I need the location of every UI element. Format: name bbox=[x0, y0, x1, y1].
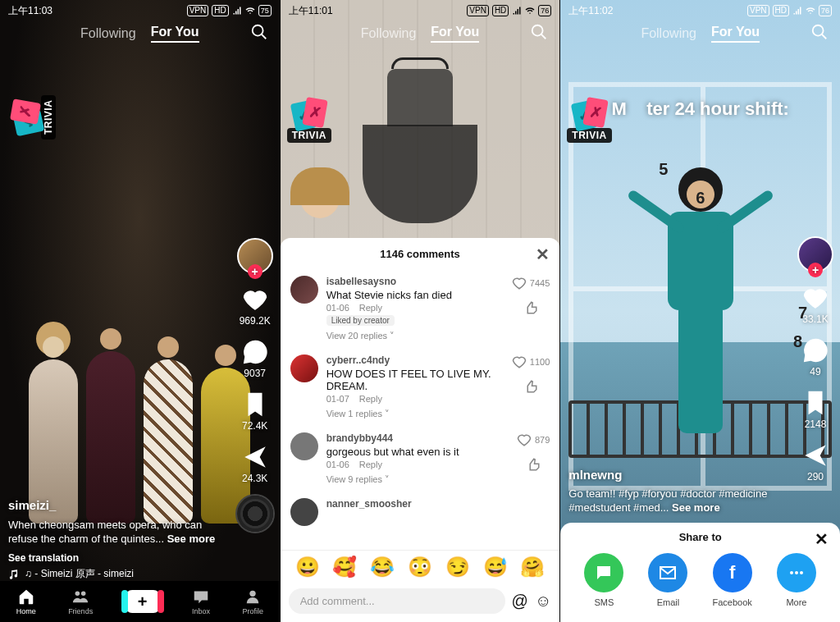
signal-icon bbox=[232, 6, 242, 16]
hd-badge: HD bbox=[773, 5, 789, 16]
svg-point-7 bbox=[249, 591, 255, 597]
clock: 上午11:02 bbox=[568, 4, 613, 18]
nav-create[interactable]: + bbox=[126, 590, 160, 613]
thumbs-down-icon[interactable] bbox=[523, 379, 538, 394]
commenter-username[interactable]: brandybby444 bbox=[326, 432, 509, 444]
creator-username[interactable]: mlnewng bbox=[568, 467, 783, 483]
wifi-icon bbox=[806, 6, 815, 16]
commenter-avatar[interactable] bbox=[290, 498, 318, 526]
signal-icon bbox=[792, 6, 802, 16]
emoji-quick-row: 😀 🥰 😂 😳 😏 😅 🤗 bbox=[281, 550, 560, 583]
tab-for-you[interactable]: For You bbox=[431, 25, 479, 43]
video-meta: mlnewng Go team!! #fyp #foryou #doctor #… bbox=[568, 467, 783, 515]
save-button[interactable]: 2148 bbox=[801, 389, 829, 430]
emoji-button[interactable]: 🤗 bbox=[520, 556, 545, 579]
svg-point-5 bbox=[75, 592, 80, 597]
see-more-button[interactable]: See more bbox=[672, 501, 720, 514]
emoji-button[interactable]: 😳 bbox=[408, 556, 432, 579]
svg-point-6 bbox=[81, 592, 86, 597]
phone-2: 上午11:01 VPN HD 76 Following For You ✓✗ T… bbox=[280, 0, 560, 622]
share-sms[interactable]: SMS bbox=[584, 553, 623, 607]
follow-plus-icon[interactable]: + bbox=[808, 263, 823, 277]
emoji-button[interactable]: 😂 bbox=[370, 556, 395, 579]
comments-header: 1146 comments ✕ bbox=[281, 238, 560, 269]
reply-button[interactable]: Reply bbox=[359, 394, 382, 404]
sound-disc[interactable] bbox=[237, 496, 273, 532]
save-count: 72.4K bbox=[242, 420, 267, 432]
reply-button[interactable]: Reply bbox=[359, 303, 382, 313]
commenter-username[interactable]: nanner_smoosher bbox=[326, 498, 550, 510]
status-bar: 上午11:03 VPN HD 75 bbox=[0, 0, 280, 21]
share-apps: SMS Email f Facebook More bbox=[572, 553, 829, 607]
trivia-cards-icon: ✓✗ bbox=[293, 98, 326, 131]
tab-following[interactable]: Following bbox=[80, 26, 136, 41]
creator-avatar[interactable]: + bbox=[797, 236, 833, 272]
emoji-button[interactable]: 🥰 bbox=[332, 556, 357, 579]
hd-badge: HD bbox=[212, 5, 228, 16]
search-icon bbox=[530, 23, 548, 41]
commenter-avatar[interactable] bbox=[290, 354, 318, 382]
trivia-badge[interactable]: ✓✗ TRIVIA bbox=[287, 98, 331, 143]
share-facebook[interactable]: f Facebook bbox=[713, 553, 752, 607]
creator-username[interactable]: simeizi_ bbox=[8, 497, 222, 514]
mention-button[interactable]: @ bbox=[512, 592, 528, 611]
close-comments-button[interactable]: ✕ bbox=[536, 245, 550, 264]
close-share-button[interactable]: ✕ bbox=[815, 529, 829, 549]
share-button[interactable]: 24.3K bbox=[241, 443, 269, 484]
nav-profile[interactable]: Profile bbox=[242, 588, 263, 615]
trivia-badge[interactable]: ✓✗ TRIVIA bbox=[11, 95, 56, 139]
thumbs-down-icon[interactable] bbox=[526, 457, 541, 472]
view-replies-button[interactable]: View 9 replies ˅ bbox=[326, 474, 509, 485]
emoji-button[interactable]: 😏 bbox=[445, 556, 470, 579]
comments-list[interactable]: isabellesaysno What Stevie nicks fan die… bbox=[281, 269, 560, 550]
emoji-button[interactable]: 😅 bbox=[483, 556, 508, 579]
share-more[interactable]: More bbox=[777, 553, 816, 607]
share-email[interactable]: Email bbox=[648, 553, 687, 607]
status-bar: 上午11:02 VPN HD 76 bbox=[560, 0, 840, 21]
tab-following[interactable]: Following bbox=[361, 26, 417, 41]
like-button[interactable]: 33.1K bbox=[801, 284, 829, 325]
commenter-avatar[interactable] bbox=[290, 276, 318, 304]
tab-for-you[interactable]: For You bbox=[711, 25, 760, 43]
nav-friends[interactable]: Friends bbox=[68, 588, 93, 615]
emoji-picker-button[interactable]: ☺ bbox=[535, 592, 551, 611]
svg-point-3 bbox=[253, 350, 256, 353]
follow-plus-icon[interactable]: + bbox=[248, 264, 262, 279]
commenter-avatar[interactable] bbox=[290, 432, 318, 460]
trivia-badge[interactable]: ✓✗ TRIVIA bbox=[567, 98, 611, 143]
commenter-username[interactable]: cyberr..c4ndy bbox=[326, 354, 504, 366]
nav-inbox[interactable]: Inbox bbox=[192, 588, 210, 615]
like-count: 969.2K bbox=[240, 315, 271, 327]
thumbs-down-icon[interactable] bbox=[523, 300, 538, 315]
reply-button[interactable]: Reply bbox=[359, 460, 382, 469]
see-more-button[interactable]: See more bbox=[167, 533, 216, 545]
see-translation-button[interactable]: See translation bbox=[8, 551, 222, 565]
svg-point-8 bbox=[532, 25, 543, 36]
comment-item: cyberr..c4ndy HOW DOES IT FEEL TO LIVE M… bbox=[290, 348, 550, 426]
save-button[interactable]: 72.4K bbox=[241, 391, 269, 432]
emoji-button[interactable]: 😀 bbox=[295, 556, 320, 579]
nav-home[interactable]: Home bbox=[16, 588, 36, 615]
tab-following[interactable]: Following bbox=[641, 26, 696, 41]
sound-label[interactable]: ♫ - Simeizi 原声 - simeizi bbox=[8, 567, 134, 581]
share-button[interactable]: 290 bbox=[801, 441, 829, 483]
search-button[interactable] bbox=[250, 23, 268, 44]
view-replies-button[interactable]: View 20 replies ˅ bbox=[326, 331, 504, 341]
search-button[interactable] bbox=[810, 23, 829, 44]
search-icon bbox=[250, 23, 268, 41]
comment-like-button[interactable]: 879 bbox=[517, 432, 550, 447]
search-button[interactable] bbox=[530, 23, 548, 44]
commenter-username[interactable]: isabellesaysno bbox=[326, 276, 504, 287]
battery-badge: 76 bbox=[819, 5, 832, 16]
comment-like-button[interactable]: 7445 bbox=[512, 276, 550, 290]
svg-point-14 bbox=[819, 349, 821, 351]
comment-like-button[interactable]: 1100 bbox=[512, 354, 550, 369]
comment-button[interactable]: 49 bbox=[801, 336, 829, 377]
comment-input[interactable]: Add comment... bbox=[289, 588, 505, 614]
like-button[interactable]: 969.2K bbox=[240, 286, 271, 327]
view-replies-button[interactable]: View 1 replies ˅ bbox=[326, 409, 504, 419]
creator-avatar[interactable]: + bbox=[237, 238, 273, 274]
comment-button[interactable]: 9037 bbox=[241, 338, 269, 379]
tab-for-you[interactable]: For You bbox=[151, 25, 199, 43]
liked-by-creator-badge: Liked by creator bbox=[326, 315, 395, 326]
